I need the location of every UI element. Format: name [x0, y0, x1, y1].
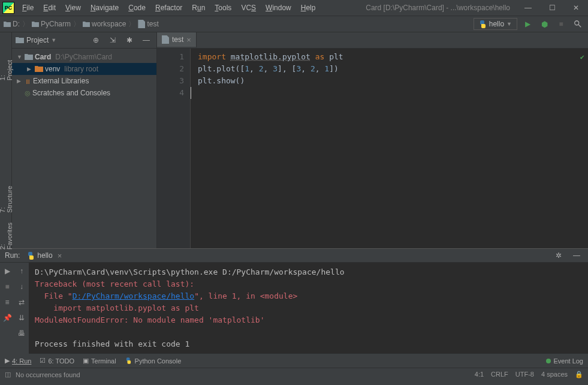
locate-icon[interactable]: ⊕ [89, 34, 102, 47]
debug-button[interactable]: ⬢ [538, 17, 551, 31]
breadcrumb-item[interactable]: workspace [83, 20, 126, 28]
run-body: ▶ ■ ≡ 📌 ↑ ↓ ⇄ ⇊ 🖶 D:\PyCharm\Card\venv\S… [0, 263, 588, 354]
status-message: No occurrences found [16, 371, 475, 378]
menu-bar: File Edit View Navigate Code Refactor Ru… [18, 1, 360, 14]
menu-edit[interactable]: Edit [39, 1, 60, 14]
tool-todo[interactable]: ☑ 6: TODO [40, 357, 74, 365]
line-separator[interactable]: CRLF [491, 371, 508, 378]
gutter-tab-project[interactable]: 1: Project [0, 56, 14, 84]
down-button[interactable]: ↓ [16, 281, 28, 293]
library-icon: ⫼ [25, 77, 31, 85]
menu-run[interactable]: Run [188, 1, 209, 14]
code-editor[interactable]: 1 2 3 4 import matplotlib.pyplot as plt … [157, 49, 588, 248]
editor-tab-test[interactable]: test × [157, 32, 197, 48]
tree-scratches[interactable]: ▶ ◎ Scratches and Consoles [12, 87, 156, 99]
project-panel: Project ▼ ⊕ ⇲ ✱ — ▼ Card D:\PyCharm\Card… [12, 32, 157, 248]
menu-refactor[interactable]: Refactor [151, 1, 186, 14]
navigation-bar: D: 〉 PyCharm 〉 workspace 〉 test hello ▼ … [0, 16, 588, 32]
run-toolbar-left: ▶ ■ ≡ 📌 [0, 263, 14, 354]
run-header: Run: hello × ✲ — [0, 249, 588, 263]
menu-vcs[interactable]: VCS [237, 1, 260, 14]
window-controls: — ☐ ✕ [516, 0, 588, 16]
file-icon [162, 35, 169, 44]
menu-code[interactable]: Code [124, 1, 150, 14]
editor-tabs: test × [157, 32, 588, 49]
run-button[interactable]: ▶ [521, 17, 534, 31]
maximize-button[interactable]: ☐ [540, 0, 564, 16]
status-bar: ◫ No occurrences found 4:1 CRLF UTF-8 4 … [0, 368, 588, 381]
stop-button[interactable]: ■ [554, 17, 568, 31]
breadcrumb: D: 〉 PyCharm 〉 workspace 〉 test [4, 19, 474, 29]
gear-icon[interactable]: ✲ [552, 249, 565, 262]
collapse-icon[interactable]: ⇲ [106, 34, 119, 47]
scroll-button[interactable]: ⇊ [16, 312, 28, 324]
event-log[interactable]: Event Log [546, 357, 583, 365]
svg-line-1 [578, 25, 581, 27]
file-icon [138, 20, 145, 28]
project-panel-header: Project ▼ ⊕ ⇲ ✱ — [12, 32, 156, 49]
project-panel-title[interactable]: Project ▼ [16, 36, 86, 44]
python-icon [27, 252, 35, 260]
gutter-tab-structure[interactable]: 7: Structure [0, 182, 14, 216]
gutter-tab-favorites[interactable]: 2: Favorites [0, 219, 14, 253]
run-config-selector[interactable]: hello ▼ [474, 18, 517, 30]
tool-python-console[interactable]: Python Console [125, 357, 182, 365]
print-button[interactable]: 🖶 [16, 327, 28, 339]
python-icon [125, 357, 131, 363]
tab-close-icon[interactable]: × [58, 251, 62, 260]
settings-icon[interactable]: ✱ [123, 34, 136, 47]
up-button[interactable]: ↑ [16, 265, 28, 277]
menu-navigate[interactable]: Navigate [86, 1, 123, 14]
console-output[interactable]: D:\PyCharm\Card\venv\Scripts\python.exe … [29, 263, 588, 354]
minimize-button[interactable]: — [516, 0, 540, 16]
file-encoding[interactable]: UTF-8 [515, 371, 534, 378]
tree-root[interactable]: ▼ Card D:\PyCharm\Card [12, 51, 156, 63]
run-toolbar-console: ↑ ↓ ⇄ ⇊ 🖶 [14, 263, 29, 354]
window-title: Card [D:\PyCharm\Card] - ...\workspace\h… [360, 4, 516, 12]
tab-close-icon[interactable]: × [186, 35, 191, 44]
left-tool-gutter: 1: Project 7: Structure 2: Favorites [0, 32, 12, 248]
run-tool-window: Run: hello × ✲ — ▶ ■ ≡ 📌 ↑ ↓ ⇄ ⇊ 🖶 D:\Py… [0, 248, 588, 353]
app-logo: PC [2, 2, 14, 14]
tree-external-libraries[interactable]: ▶ ⫼ External Libraries [12, 75, 156, 87]
scratch-icon: ◎ [25, 89, 31, 97]
tree-venv[interactable]: ▶ venv library root [12, 63, 156, 75]
file-link[interactable]: D:/PyCharm/workspace/hello [73, 291, 195, 300]
run-tab[interactable]: hello × [23, 250, 65, 261]
main-area: 1: Project 7: Structure 2: Favorites Pro… [0, 32, 588, 248]
menu-window[interactable]: Window [261, 1, 295, 14]
tool-run[interactable]: ▶ 4: Run [5, 357, 31, 365]
menu-help[interactable]: Help [297, 1, 320, 14]
menu-file[interactable]: File [18, 1, 38, 14]
pin-button[interactable]: 📌 [1, 312, 13, 324]
stop-button[interactable]: ■ [1, 281, 13, 293]
layout-button[interactable]: ≡ [1, 296, 13, 308]
hide-icon[interactable]: — [570, 249, 583, 262]
editor-area: test × 1 2 3 4 import matplotlib.pyplot … [157, 32, 588, 248]
svg-point-0 [575, 21, 579, 25]
search-everywhere-button[interactable] [571, 17, 584, 31]
breadcrumb-item[interactable]: D: [4, 20, 20, 28]
python-icon [479, 20, 487, 28]
breadcrumb-item[interactable]: PyCharm [32, 20, 71, 28]
inspection-ok-icon[interactable]: ✔ [580, 51, 584, 63]
bottom-tool-bar: ▶ 4: Run ☑ 6: TODO ▣ Terminal Python Con… [0, 353, 588, 368]
title-bar: PC File Edit View Navigate Code Refactor… [0, 0, 588, 16]
project-tree: ▼ Card D:\PyCharm\Card ▶ venv library ro… [12, 49, 156, 101]
menu-tools[interactable]: Tools [210, 1, 236, 14]
menu-view[interactable]: View [61, 1, 85, 14]
wrap-button[interactable]: ⇄ [16, 296, 28, 308]
line-gutter: 1 2 3 4 [157, 49, 191, 248]
lock-icon[interactable]: 🔒 [575, 371, 583, 378]
code-text[interactable]: import matplotlib.pyplot as plt plt.plot… [191, 49, 588, 248]
tool-windows-button[interactable]: ◫ [5, 371, 11, 378]
breadcrumb-item[interactable]: test [138, 20, 158, 28]
tool-terminal[interactable]: ▣ Terminal [83, 357, 116, 365]
close-button[interactable]: ✕ [564, 0, 588, 16]
hide-panel-icon[interactable]: — [140, 34, 153, 47]
text-cursor [191, 87, 191, 99]
notification-badge [546, 359, 551, 363]
rerun-button[interactable]: ▶ [1, 265, 13, 277]
indent-setting[interactable]: 4 spaces [541, 371, 568, 378]
caret-position[interactable]: 4:1 [475, 371, 484, 378]
